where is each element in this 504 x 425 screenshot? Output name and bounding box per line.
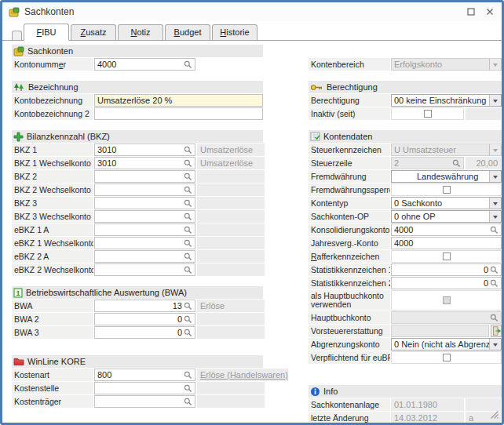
search-icon[interactable] [184,146,192,154]
chevron-down-icon[interactable] [489,171,501,182]
row-letzte-aenderung: letzte Änderung14.03.2012a [309,412,502,424]
field-value-bwa-3: 0 [97,328,182,337]
window-title: Sachkonten [24,6,74,17]
row-ebkz-1-a: eBKZ 1 A [12,223,263,236]
checkbox-rafferkennzeichen[interactable] [443,252,451,260]
section-header-bilanzkennzahl-bkz: Bilanzkennzahl (BKZ) [12,130,263,143]
search-icon[interactable] [184,329,192,337]
dropdown-sachkonten-op[interactable]: 0 ohne OP [391,210,502,223]
dropdown-berechtigung[interactable]: 00 keine Einschränkung [391,94,502,107]
field-kontobezeichnung-2[interactable] [94,107,263,120]
row-kontenbereich: KontenbereichErfolgskonto [309,58,502,71]
remark-ebkz-1-wechselkonto-a [197,237,265,249]
search-icon[interactable] [184,212,192,221]
search-icon[interactable] [452,159,461,168]
section-title-berechtigung: Berechtigung [323,82,378,92]
checkbox-verpflichtend-fuer-eubp[interactable] [443,354,451,361]
field-ebkz-2-a[interactable] [94,250,195,263]
section-title-kontendaten: Kontendaten [320,132,372,141]
search-icon[interactable] [184,173,192,181]
section-header-berechtigung: Berechtigung [309,81,502,93]
info-icon [310,387,320,397]
chevron-down-icon[interactable] [489,211,501,222]
field-konsolidierungskonto[interactable]: 4000 [391,223,502,236]
remark-link-kostenart[interactable]: Erlöse (Handelswaren) [200,370,288,380]
field-ebkz-1-wechselkonto-a[interactable] [94,237,195,249]
label-statistikkennzeichen-2: Statistikkennzeichen 2 [309,277,390,289]
window: Sachkonten FIBUZusatzNotizBudgetHistorie… [0,0,504,425]
search-icon[interactable] [184,239,192,248]
search-icon[interactable] [184,159,192,168]
field-statistikkennzeichen-2[interactable]: 0 [391,277,502,289]
chevron-down-icon[interactable] [489,95,501,106]
field-jahresverg-konto[interactable]: 4000 [391,237,502,249]
search-icon[interactable] [184,186,192,194]
field-bwa-3[interactable]: 0 [94,326,195,339]
row-bkz-2-wechselkonto: BKZ 2 Wechselkonto [12,183,263,196]
search-icon[interactable] [184,60,192,69]
search-icon[interactable] [490,314,499,322]
display-value-sachkontenanlage: 01.01.1980 [391,398,464,411]
row-bwa-2: BWA 20 [12,313,263,325]
checkbox-fremdwaehrungssperre[interactable] [443,186,451,194]
field-statistikkennzeichen-1[interactable]: 0 [391,263,502,276]
search-icon[interactable] [490,266,499,274]
close-button[interactable] [486,8,494,16]
field-bkz-3[interactable] [94,197,195,209]
label-statistikkennzeichen-1: Statistikkennzeichen 1 [309,263,390,276]
field-bkz-1[interactable]: 3010 [94,143,195,156]
resize-grip[interactable] [490,410,499,420]
search-icon[interactable] [184,226,192,234]
search-icon[interactable] [184,384,192,393]
search-icon[interactable] [184,371,192,380]
field-kostenstelle[interactable] [94,382,195,394]
search-icon[interactable] [184,302,192,311]
label-kostenart: Kostenart [12,369,93,381]
field-bkz-2[interactable] [94,170,195,183]
field-kontonummer[interactable]: 4000 [94,58,195,71]
row-ebkz-1-wechselkonto-a: eBKZ 1 Wechselkonto A [12,237,263,249]
search-icon[interactable] [184,398,192,406]
field-bkz-3-wechselkonto[interactable] [94,210,195,223]
tab-budget[interactable]: Budget [165,24,210,40]
section-title-info: Info [320,387,338,396]
field-value-kontobezeichnung: Umsatzerlöse 20 % [97,96,260,105]
section-spacer [309,45,502,57]
field-bwa-2[interactable]: 0 [94,313,195,325]
row-hauptbuchkonto: Hauptbuchkonto [309,311,502,324]
maximize-button[interactable] [467,8,475,16]
field-ebkz-2-wechselkonto-a[interactable] [94,263,195,276]
label-kontentyp: Kontentyp [309,197,390,209]
tab-zusatz[interactable]: Zusatz [71,24,116,40]
search-icon[interactable] [184,315,192,324]
dropdown-fremdwaehrung[interactable]: Landeswährung [391,170,502,183]
field-bkz-1-wechselkonto[interactable]: 3010 [94,157,195,169]
row-bkz-3-wechselkonto: BKZ 3 Wechselkonto [12,210,263,223]
field-kontobezeichnung[interactable]: Umsatzerlöse 20 % [94,94,263,107]
tab-historie[interactable]: Historie [212,24,257,40]
label-vorsteuererstattung: Vorsteuererstattung [309,325,390,337]
door-icon[interactable] [491,325,502,337]
dropdown-abgrenzungskonto[interactable]: 0 Nein (nicht als Abgrenzung [391,338,502,351]
label-bkz-3-wechselkonto: BKZ 3 Wechselkonto [12,210,93,223]
checkbox-inaktiv-seit[interactable] [424,110,432,118]
tab-notiz[interactable]: Notiz [118,24,163,40]
tab-fibu[interactable]: FIBU [24,24,69,41]
search-icon[interactable] [490,279,499,288]
dropdown-kontentyp[interactable]: 0 Sachkonto [391,197,502,209]
field-ebkz-1-a[interactable] [94,223,195,236]
field-value-bkz-1-wechselkonto: 3010 [97,158,182,168]
chevron-down-icon[interactable] [489,339,501,350]
field-bwa[interactable]: 13 [94,300,195,312]
label-kontonummer: Kontonummer [12,58,93,71]
search-icon[interactable] [184,252,192,261]
search-icon[interactable] [490,226,499,234]
field-kostenart[interactable]: 800 [94,369,195,381]
search-icon[interactable] [184,199,192,208]
chevron-down-icon[interactable] [489,198,501,209]
search-icon[interactable] [184,266,192,274]
field-bkz-2-wechselkonto[interactable] [94,183,195,196]
label-bkz-3: BKZ 3 [12,197,93,209]
field-kostentraeger[interactable] [94,395,195,408]
label-bwa-3: BWA 3 [12,326,93,339]
